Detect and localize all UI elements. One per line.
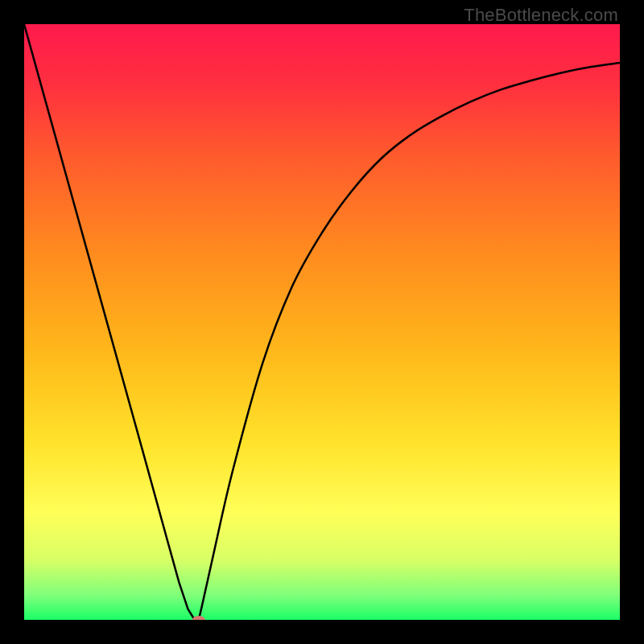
chart-frame: TheBottleneck.com [0, 0, 644, 644]
plot-background [24, 24, 620, 620]
chart-svg [24, 24, 620, 620]
watermark-text: TheBottleneck.com [464, 5, 618, 26]
